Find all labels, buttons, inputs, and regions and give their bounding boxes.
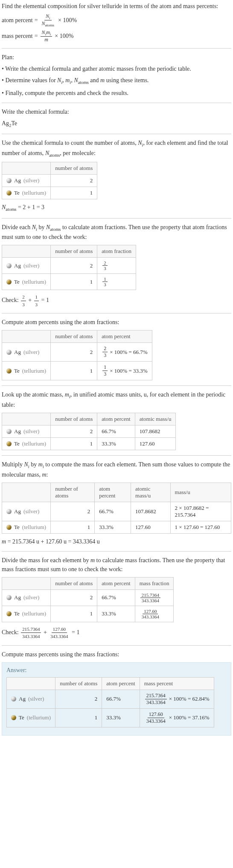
header-number-atoms: number of atoms <box>51 162 97 175</box>
element-ag: Ag (silver) <box>6 177 46 184</box>
table-row: Ag (silver) 2 66.7% 215.7364343.3364 <box>2 589 174 606</box>
mass-table: number of atoms atom percent atomic mass… <box>2 413 176 450</box>
table-row: Ag (silver) 2 23 <box>2 258 136 274</box>
ag-fraction: 23 <box>102 260 108 271</box>
count-atoms-section: Use the chemical formula to count the nu… <box>2 138 231 213</box>
mass-intro: Look up the atomic mass, mi, in unified … <box>2 390 231 409</box>
divider <box>2 385 231 386</box>
divider <box>2 103 231 103</box>
atompct-intro: Compute atom percents using the atom fra… <box>2 318 231 327</box>
fraction-ni-natoms: Ni Natoms <box>41 13 56 28</box>
atom-percent-formula: atom percent = Ni Natoms × 100% <box>2 13 231 28</box>
frac-table: number of atoms atom fraction Ag (silver… <box>2 245 136 290</box>
divider <box>2 313 231 313</box>
massfrac-check: Check: 215.7364343.3364 + 127.60343.3364… <box>2 626 231 640</box>
table-header-row: number of atoms atom percent atomic mass… <box>2 413 176 425</box>
atom-percent-label: atom percent <box>2 17 33 24</box>
mult-intro: Multiply Ni by mi to compute the mass fo… <box>2 460 231 479</box>
mult-table: number of atoms atom percent atomic mass… <box>2 483 231 534</box>
count-intro: Use the chemical formula to count the nu… <box>2 138 231 158</box>
table-row: Ag (silver) 2 23 × 100% = 66.7% <box>2 343 152 362</box>
tellurium-dot-icon <box>6 368 12 374</box>
tellurium-dot-icon <box>6 611 12 616</box>
header-number-atoms: number of atoms <box>51 245 97 258</box>
table-row: Te (tellurium) 1 13 <box>2 274 136 290</box>
silver-dot-icon <box>6 509 12 514</box>
divider <box>2 645 231 646</box>
atom-percents-section: Compute atom percents using the atom fra… <box>2 318 231 380</box>
massfrac-intro: Divide the mass for each element by m to… <box>2 556 231 574</box>
table-header-row: number of atoms <box>2 162 97 175</box>
divider <box>2 455 231 456</box>
times-100: × 100% <box>55 33 73 40</box>
frac-check: Check: 23 + 13 = 1 <box>2 293 231 308</box>
mass-percent-label: mass percent <box>2 33 33 40</box>
table-header-row: number of atoms atom fraction <box>2 245 136 258</box>
table-row: Te (tellurium) 1 <box>2 187 97 199</box>
silver-dot-icon <box>6 595 12 600</box>
plan-line-2: • Determine values for Ni, mi, Natoms an… <box>2 76 231 86</box>
final-intro: Compute mass percents using the mass fra… <box>2 650 231 659</box>
atomic-mass-section: Look up the atomic mass, mi, in unified … <box>2 390 231 450</box>
tellurium-dot-icon <box>6 279 12 285</box>
intro-text: Find the elemental composition for silve… <box>2 2 231 11</box>
count-sum: Natoms = 2 + 1 = 3 <box>2 203 231 213</box>
chem-formula: Ag2Te <box>2 119 231 129</box>
intro-section: Find the elemental composition for silve… <box>2 2 231 43</box>
mass-fractions-section: Divide the mass for each element by m to… <box>2 556 231 640</box>
table-row: Te (tellurium) 1 33.3% 127.60 <box>2 438 176 450</box>
table-row: Ag (silver) 2 66.7% 107.8682 2 × 107.868… <box>2 502 231 521</box>
answer-label: Answer: <box>6 667 227 674</box>
table-row: Te (tellurium) 1 33.3% 127.60343.3364 × … <box>7 708 214 727</box>
table-row: Ag (silver) 2 66.7% 215.7364343.3364 × 1… <box>7 690 214 708</box>
header-atom-fraction: atom fraction <box>97 245 136 258</box>
te-fraction: 13 <box>102 276 108 287</box>
final-table: number of atoms atom percent mass percen… <box>6 677 214 727</box>
table-row: Ag (silver) 2 <box>2 175 97 187</box>
answer-box: Answer: number of atoms atom percent mas… <box>2 662 231 736</box>
tellurium-dot-icon <box>6 441 12 446</box>
silver-dot-icon <box>6 429 12 434</box>
tellurium-dot-icon <box>6 190 12 195</box>
mass-percent-formula: mass percent = Nimi m × 100% <box>2 29 231 43</box>
divider <box>2 134 231 134</box>
equals: = <box>35 17 38 24</box>
atom-fractions-section: Divide each Ni by Natoms to calculate at… <box>2 223 231 308</box>
fraction-nimi-m: Nimi m <box>41 29 52 43</box>
equals: = <box>35 33 38 40</box>
table-row: Ag (silver) 2 66.7% 107.8682 <box>2 425 176 438</box>
element-te: Te (tellurium) <box>6 190 46 196</box>
te-count: 1 <box>51 187 97 199</box>
table-header-row: number of atoms atom percent atomic mass… <box>2 483 231 502</box>
divider <box>2 551 231 552</box>
ag-count: 2 <box>51 175 97 187</box>
ag-mass-fraction: 215.7364343.3364 <box>140 592 160 603</box>
silver-dot-icon <box>6 178 12 183</box>
final-section: Compute mass percents using the mass fra… <box>2 650 231 736</box>
atompct-table: number of atoms atom percent Ag (silver)… <box>2 330 152 380</box>
frac-intro: Divide each Ni by Natoms to calculate at… <box>2 223 231 242</box>
silver-dot-icon <box>6 350 12 355</box>
plan-section: Plan: • Write the chemical formula and g… <box>2 53 231 98</box>
chemical-formula-section: Write the chemical formula: Ag2Te <box>2 107 231 129</box>
count-table: number of atoms Ag (silver) 2 Te (tellur… <box>2 162 97 199</box>
header-number-atoms: number of atoms <box>51 331 97 343</box>
plan-title: Plan: <box>2 53 231 62</box>
chem-title: Write the chemical formula: <box>2 107 231 116</box>
te-mass-fraction: 127.60343.3364 <box>140 609 160 619</box>
divider <box>2 218 231 218</box>
times-100: × 100% <box>58 17 77 24</box>
table-header-row: number of atoms atom percent <box>2 331 152 343</box>
plan-line-3: • Finally, compute the percents and chec… <box>2 89 231 98</box>
table-header-row: number of atoms atom percent mass percen… <box>7 677 214 690</box>
massfrac-table: number of atoms atom percent mass fracti… <box>2 577 174 622</box>
divider <box>2 48 231 49</box>
mult-sum: m = 215.7364 u + 127.60 u = 343.3364 u <box>2 537 231 546</box>
table-row: Te (tellurium) 1 13 × 100% = 33.3% <box>2 362 152 380</box>
empty-header <box>2 162 51 175</box>
header-atom-percent: atom percent <box>97 331 152 343</box>
tellurium-dot-icon <box>6 525 12 530</box>
silver-dot-icon <box>11 696 16 701</box>
plan-line-1: • Write the chemical formula and gather … <box>2 64 231 73</box>
tellurium-dot-icon <box>11 715 16 720</box>
